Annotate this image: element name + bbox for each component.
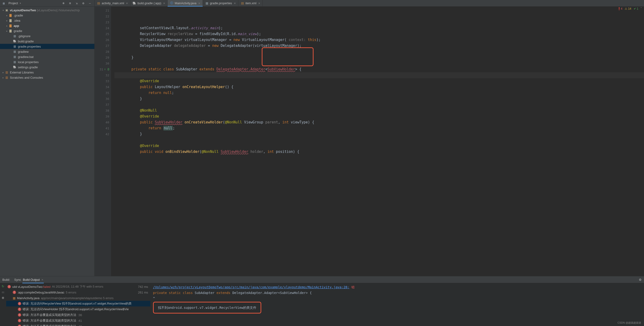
gutter-line[interactable]: 38 bbox=[94, 108, 109, 114]
tree-item-settings.gradle[interactable]: 🐘settings.gradle bbox=[0, 65, 94, 70]
close-icon[interactable]: × bbox=[42, 278, 43, 281]
code-line[interactable]: return null; bbox=[114, 90, 644, 96]
code-line[interactable] bbox=[114, 49, 644, 55]
code-line[interactable]: } bbox=[114, 55, 644, 61]
build-tab-Sync[interactable]: Sync bbox=[14, 277, 22, 282]
show-icon[interactable]: ◉ bbox=[1, 296, 5, 299]
build-output[interactable]: /Volumes/wzh/project/vLayoutDemoTwo/app/… bbox=[151, 283, 644, 326]
code-line[interactable]: @Override bbox=[114, 143, 644, 149]
tree-item-External-Libraries[interactable]: ▸▥External Libraries bbox=[0, 70, 94, 75]
error-file-link[interactable]: /Volumes/wzh/project/vLayoutDemoTwo/app/… bbox=[153, 285, 349, 289]
gutter[interactable]: 2122232425262728293031↑ @323334353637383… bbox=[94, 7, 111, 276]
gutter-line[interactable]: 24 bbox=[94, 25, 109, 31]
tree-item-.gradle[interactable]: ▸▇.gradle bbox=[0, 13, 94, 18]
gutter-line[interactable]: 23 bbox=[94, 19, 109, 25]
warning-count[interactable]: ⚠ 14 bbox=[625, 7, 631, 10]
gutter-line[interactable]: 34 bbox=[94, 84, 109, 90]
tree-item-gradle.properties[interactable]: ▦gradle.properties bbox=[0, 44, 94, 49]
ok-count[interactable]: ✔ 1 bbox=[634, 7, 638, 10]
build-tree-row[interactable]: !错误: 无法访问ViewHolder 找不到android.support.v… bbox=[6, 306, 150, 312]
code-line[interactable]: @Override bbox=[114, 114, 644, 119]
tree-item-gradlew[interactable]: ▦gradlew bbox=[0, 49, 94, 54]
gutter-marker-icon[interactable]: ↑ @ bbox=[104, 66, 109, 72]
code-line[interactable] bbox=[114, 137, 644, 143]
code-line[interactable]: RecyclerView recyclerView = findViewById… bbox=[114, 31, 644, 37]
build-tree-row[interactable]: !错误: 无法访问RecyclerView 找不到android.support… bbox=[6, 301, 150, 306]
collapse-icon[interactable]: ≡ bbox=[68, 1, 73, 6]
build-tab-Build-Output[interactable]: Build Output × bbox=[22, 277, 44, 282]
gutter-line[interactable]: 36 bbox=[94, 96, 109, 102]
chevron-right-icon[interactable]: ▸ bbox=[5, 14, 8, 17]
tree-item-.gitignore[interactable]: ▦.gitignore bbox=[0, 34, 94, 39]
gutter-line[interactable]: 28 bbox=[94, 49, 109, 55]
tree-item-Scratches-and-Consoles[interactable]: ▸▥Scratches and Consoles bbox=[0, 75, 94, 80]
gutter-line[interactable]: 27 bbox=[94, 43, 109, 49]
tree-item-build.gradle[interactable]: 🐘build.gradle bbox=[0, 39, 94, 44]
build-tree[interactable]: !uild vLayoutDemoTwo: failedAt 2022/8/18… bbox=[6, 283, 151, 326]
code-line[interactable]: public void onBindViewHolder(@NonNull Su… bbox=[114, 149, 644, 155]
close-icon[interactable]: × bbox=[258, 2, 260, 5]
inspection-dropdown-icon[interactable]: ˇ bbox=[641, 7, 642, 10]
gutter-line[interactable]: 37 bbox=[94, 102, 109, 108]
close-icon[interactable]: × bbox=[234, 2, 236, 5]
project-tree[interactable]: ▾ ▣ vLayoutDemoTwo [[vLayoutDemo]vLayout… bbox=[0, 7, 94, 81]
code-line[interactable]: return null; bbox=[114, 125, 644, 131]
build-tree-row[interactable]: ▦MainActivity.javaapp/src/main/java/com/… bbox=[6, 295, 150, 301]
inspection-widget[interactable]: ❗4 ⚠ 14 ✔ 1 ˇ bbox=[618, 7, 642, 10]
code-line[interactable] bbox=[114, 72, 644, 78]
close-icon[interactable]: × bbox=[163, 2, 165, 5]
chevron-right-icon[interactable]: ▸ bbox=[2, 71, 5, 74]
editor-tab-MainActivity-java[interactable]: ⒸMainActivity.java× bbox=[168, 0, 203, 6]
tree-item-gradlew.bat[interactable]: ▦gradlew.bat bbox=[0, 54, 94, 59]
build-tree-row[interactable]: !错误: 方法不会覆盖或实现超类型的方法:36 bbox=[6, 312, 150, 318]
chevron-right-icon[interactable]: ▸ bbox=[5, 30, 8, 32]
tree-item-local.properties[interactable]: ▦local.properties bbox=[0, 59, 94, 65]
code-line[interactable]: public SubViewHolder onCreateViewHolder(… bbox=[114, 119, 644, 125]
code-line[interactable] bbox=[114, 102, 644, 108]
editor-tab-activity_main-xml[interactable]: ▤activity_main.xml× bbox=[94, 0, 130, 6]
chevron-down-icon[interactable]: ▾ bbox=[2, 9, 5, 12]
chevron-right-icon[interactable]: ▸ bbox=[5, 19, 8, 22]
code-line[interactable]: } bbox=[114, 131, 644, 137]
expand-icon[interactable]: ⇲ bbox=[74, 1, 79, 6]
editor-tab-build-gradle-app-[interactable]: 🐘build.gradle (:app)× bbox=[130, 0, 168, 6]
tree-item-gradle[interactable]: ▸▇gradle bbox=[0, 28, 94, 34]
close-icon[interactable]: × bbox=[126, 2, 128, 5]
editor-tab-item-xml[interactable]: ▤item.xml× bbox=[238, 0, 263, 6]
gutter-line[interactable]: 40 bbox=[94, 119, 109, 125]
editor-tab-gradle-properties[interactable]: ▦gradle.properties× bbox=[203, 0, 238, 6]
gutter-line[interactable]: 29 bbox=[94, 55, 109, 61]
gutter-line[interactable]: 22 bbox=[94, 14, 109, 19]
dropdown-icon[interactable]: ▾ bbox=[19, 2, 21, 5]
locate-icon[interactable]: ⊕ bbox=[61, 1, 66, 6]
code-line[interactable]: @Override bbox=[114, 78, 644, 84]
gutter-line[interactable]: 42 bbox=[94, 131, 109, 137]
code-line[interactable]: setContentView(R.layout.activity_main); bbox=[114, 25, 644, 31]
code-line[interactable]: public LayoutHelper onCreateLayoutHelper… bbox=[114, 84, 644, 90]
build-tree-row[interactable]: !错误: 方法不会覆盖或实现超类型的方法:41 bbox=[6, 318, 150, 323]
tree-item-.idea[interactable]: ▸▇.idea bbox=[0, 18, 94, 23]
gutter-line[interactable]: 26 bbox=[94, 37, 109, 43]
filter-icon[interactable]: ⚏ bbox=[1, 290, 5, 294]
code-editor[interactable]: setContentView(R.layout.activity_main); … bbox=[111, 7, 644, 276]
gutter-line[interactable]: 30 bbox=[94, 61, 109, 66]
code-line[interactable] bbox=[114, 61, 644, 66]
tree-root[interactable]: ▾ ▣ vLayoutDemoTwo [[vLayoutDemo]vLayout… bbox=[0, 8, 94, 13]
code-line[interactable]: private static class SubAdapter extends … bbox=[114, 66, 644, 72]
settings-icon[interactable]: ⚙ bbox=[81, 1, 86, 6]
code-line[interactable]: DelegateAdapter delegateAdapter = new De… bbox=[114, 43, 644, 49]
gear-icon[interactable]: ⚙ bbox=[639, 278, 642, 281]
tree-item-app[interactable]: ▸▇app bbox=[0, 23, 94, 28]
gutter-line[interactable]: 39 bbox=[94, 114, 109, 119]
gutter-line[interactable]: 21 bbox=[94, 8, 109, 14]
error-count[interactable]: ❗4 bbox=[618, 7, 622, 10]
chevron-right-icon[interactable]: ▸ bbox=[2, 76, 5, 79]
close-icon[interactable]: × bbox=[198, 2, 200, 5]
gutter-line[interactable]: 35 bbox=[94, 90, 109, 96]
rerun-icon[interactable]: ↻ bbox=[1, 284, 5, 288]
gutter-line[interactable]: 31↑ @ bbox=[94, 66, 109, 72]
gutter-line[interactable]: 41 bbox=[94, 125, 109, 131]
hide-icon[interactable]: — bbox=[87, 1, 92, 6]
build-tree-row[interactable]: !uild vLayoutDemoTwo: failedAt 2022/8/18… bbox=[6, 284, 150, 289]
build-tree-row[interactable]: !错误: 方法不会覆盖或实现超类型的方法:46 bbox=[6, 323, 150, 326]
